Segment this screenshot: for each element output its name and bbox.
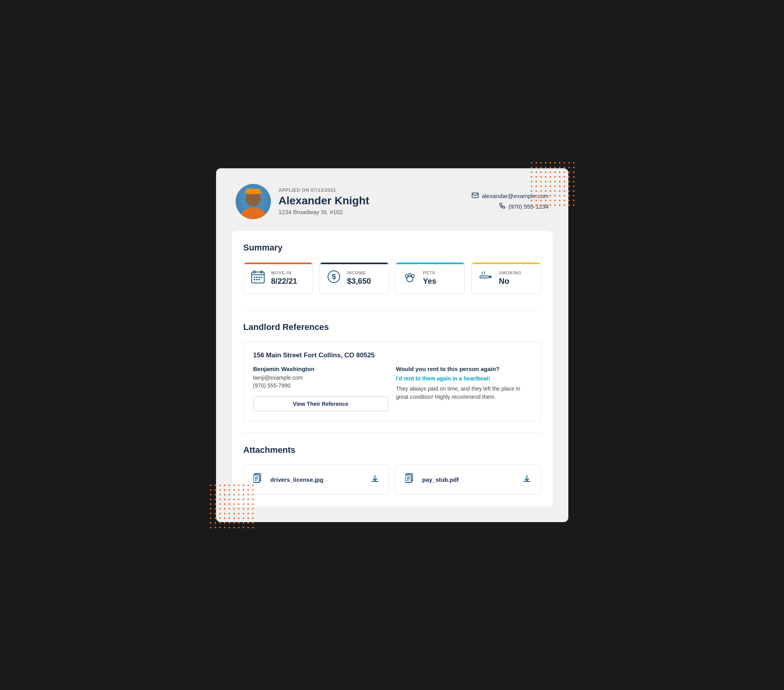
- header: APPLIED ON 07/13/2021 Alexander Knight 1…: [232, 184, 553, 219]
- summary-section: Summary: [243, 243, 541, 294]
- svg-point-21: [409, 273, 411, 276]
- download-icon-2[interactable]: [523, 474, 531, 485]
- attachments-grid: drivers_license.jpg: [243, 465, 541, 495]
- email-contact: alexandar@example.com: [472, 193, 548, 200]
- svg-rect-7: [252, 272, 264, 283]
- references-title: Landlord References: [243, 322, 541, 332]
- landlord-name: Benjamin Washington: [253, 366, 388, 372]
- attachment-name-2: pay_stub.pdf: [422, 476, 516, 483]
- svg-point-20: [406, 274, 408, 277]
- landlord-references-section: Landlord References 156 Main Street Fort…: [243, 322, 541, 421]
- phone-value: (970) 555-1234: [508, 203, 549, 210]
- svg-rect-15: [256, 279, 258, 280]
- file-icon-1: [253, 473, 264, 486]
- avatar: [236, 184, 271, 219]
- svg-rect-6: [472, 193, 478, 198]
- smoking-label: SMOKING: [499, 270, 522, 275]
- applicant-address: 1234 Broadway St. #102: [279, 209, 369, 215]
- summary-cards: MOVE-IN 8/22/21 $ INCOME $3,650: [243, 262, 541, 294]
- attachment-pay-stub[interactable]: pay_stub.pdf: [395, 465, 541, 495]
- summary-card-pets: PETS Yes: [395, 262, 465, 294]
- smoking-icon: [478, 269, 494, 288]
- attachments-section: Attachments drivers_license.jpg: [243, 445, 541, 495]
- paw-icon: [402, 269, 418, 288]
- pets-label: PETS: [423, 270, 436, 275]
- reference-body: Benjamin Washington benji@example.com (9…: [253, 366, 531, 411]
- reference-contact: Benjamin Washington benji@example.com (9…: [253, 366, 388, 411]
- income-content: INCOME $3,650: [347, 270, 371, 286]
- landlord-email: benji@example.com: [253, 375, 388, 381]
- phone-icon: [499, 203, 505, 211]
- svg-rect-23: [480, 276, 489, 278]
- reference-qa: Would you rent to this person again? I'd…: [396, 366, 531, 411]
- email-value: alexandar@example.com: [482, 193, 548, 199]
- summary-card-movein: MOVE-IN 8/22/21: [243, 262, 313, 294]
- svg-text:$: $: [332, 273, 335, 281]
- svg-rect-12: [258, 277, 260, 278]
- summary-card-smoking: SMOKING No: [471, 262, 541, 294]
- phone-contact: (970) 555-1234: [499, 203, 549, 211]
- dollar-icon: $: [326, 269, 342, 288]
- main-card: Summary: [232, 231, 553, 506]
- smoking-value: No: [499, 277, 522, 286]
- divider-2: [243, 433, 541, 433]
- reference-card: 156 Main Street Fort Collins, CO 80525 B…: [243, 342, 541, 421]
- page-container: APPLIED ON 07/13/2021 Alexander Knight 1…: [216, 168, 568, 522]
- attachment-name-1: drivers_license.jpg: [270, 476, 364, 483]
- svg-rect-5: [246, 189, 260, 193]
- movein-content: MOVE-IN 8/22/21: [271, 270, 297, 286]
- divider-1: [243, 310, 541, 310]
- svg-point-22: [412, 274, 414, 277]
- svg-rect-14: [254, 279, 255, 280]
- reference-address: 156 Main Street Fort Collins, CO 80525: [253, 351, 531, 359]
- download-icon-1[interactable]: [371, 474, 379, 485]
- ref-question: Would you rent to this person again?: [396, 366, 531, 372]
- svg-rect-13: [261, 277, 262, 278]
- calendar-icon: [250, 269, 266, 288]
- income-label: INCOME: [347, 270, 371, 275]
- attachment-drivers-license[interactable]: drivers_license.jpg: [243, 465, 389, 495]
- applied-date: APPLIED ON 07/13/2021: [279, 187, 369, 193]
- income-value: $3,650: [347, 277, 371, 286]
- file-icon-2: [405, 473, 416, 486]
- pets-value: Yes: [423, 277, 436, 286]
- applicant-info: APPLIED ON 07/13/2021 Alexander Knight 1…: [279, 187, 369, 215]
- svg-rect-16: [258, 279, 260, 280]
- movein-label: MOVE-IN: [271, 270, 297, 275]
- ref-answer: I'd rent to them again in a heartbeat!: [396, 375, 531, 382]
- applicant-name: Alexander Knight: [279, 195, 369, 207]
- email-icon: [472, 193, 479, 200]
- landlord-phone: (970) 555-7890: [253, 382, 388, 389]
- view-reference-button[interactable]: View Their Reference: [253, 396, 388, 411]
- ref-comment: They always paid on time, and they left …: [396, 385, 531, 401]
- header-left: APPLIED ON 07/13/2021 Alexander Knight 1…: [236, 184, 369, 219]
- header-right: alexandar@example.com (970) 555-1234: [472, 193, 548, 211]
- movein-value: 8/22/21: [271, 277, 297, 286]
- smoking-content: SMOKING No: [499, 270, 522, 286]
- summary-title: Summary: [243, 243, 541, 253]
- svg-rect-10: [254, 277, 255, 278]
- attachments-title: Attachments: [243, 445, 541, 455]
- summary-card-income: $ INCOME $3,650: [319, 262, 389, 294]
- svg-rect-24: [489, 276, 492, 278]
- svg-rect-11: [256, 277, 258, 278]
- pets-content: PETS Yes: [423, 270, 436, 286]
